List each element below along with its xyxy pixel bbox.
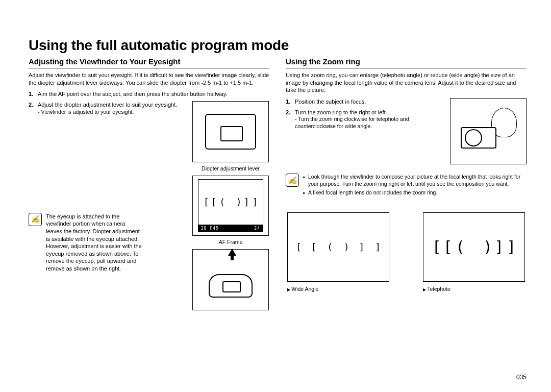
wide-angle-label: Wide Angle	[287, 286, 389, 293]
right-intro: Using the zoom ring, you can enlarge (te…	[286, 71, 527, 94]
figure-zoom-ring	[450, 98, 527, 164]
note-icon: ✍	[286, 174, 299, 187]
note-icon: ✍	[29, 213, 42, 226]
left-step-2-sub: - Viewﬁnder is adjusted to your eyesight…	[38, 109, 186, 116]
note-eyecup-text: The eyecup is attached to the viewﬁnder …	[46, 213, 143, 273]
left-intro: Adjust the viewﬁnder to suit your eyesig…	[29, 71, 269, 86]
right-step-1: Position the subject in focus.	[286, 98, 444, 106]
left-step-1: Aim the AF point over the subject, and t…	[29, 90, 269, 98]
figure-diopter-label: Diopter adjustment lever	[202, 165, 260, 173]
viewfinder-wide: [ [ ( ) ] ] Wide Angle	[287, 212, 389, 293]
section-heading-zoom: Using the Zoom ring	[286, 57, 527, 68]
figure-eyecup-remove	[192, 249, 269, 310]
figure-af-label: AF Frame	[219, 239, 243, 246]
right-step-2-sub: - Turn the zoom ring clockwise for telep…	[295, 116, 444, 130]
telephoto-label: Telephoto	[423, 286, 525, 293]
figure-af-frame: [[( )]] 20 F45 24	[192, 176, 269, 236]
page-title: Using the full automatic program mode	[29, 36, 527, 55]
two-column-layout: Adjusting the Viewﬁnder to Your Eyesight…	[29, 57, 527, 310]
eyecup-icon	[209, 274, 253, 298]
note-eyecup: ✍ The eyecup is attached to the viewﬁnde…	[29, 213, 186, 273]
viewfinder-tele: [[( )]] Telephoto	[423, 212, 525, 293]
af-bar-left: 20 F45	[201, 226, 219, 232]
left-step-2: Adjust the diopter adjustment lever to s…	[29, 101, 186, 116]
page-number: 035	[516, 374, 527, 382]
viewfinder-compare-row: [ [ ( ) ] ] Wide Angle [[( )]] Telephoto	[286, 212, 527, 293]
arrow-up-icon	[228, 249, 236, 256]
left-step-2-text: Adjust the diopter adjustment lever to s…	[38, 102, 177, 108]
left-column: Adjusting the Viewﬁnder to Your Eyesight…	[29, 57, 269, 310]
right-step-2: Turn the zoom ring to the right or left.…	[286, 109, 444, 131]
figure-diopter-lever	[192, 101, 269, 162]
note-zoom: ✍ Look through the viewﬁnder to compose …	[286, 174, 527, 198]
section-heading-viewfinder: Adjusting the Viewﬁnder to Your Eyesight	[29, 57, 269, 68]
right-steps: Position the subject in focus. Turn the …	[286, 98, 444, 130]
right-column: Using the Zoom ring Using the zoom ring,…	[286, 57, 527, 310]
left-steps: Aim the AF point over the subject, and t…	[29, 90, 269, 98]
left-step-1-text: Aim the AF point over the subject, and t…	[38, 91, 228, 97]
note-zoom-1: Look through the viewﬁnder to compose yo…	[303, 174, 527, 188]
af-bar-right: 24	[254, 226, 260, 232]
note-zoom-2: A ﬁxed focal length lens do not includes…	[303, 189, 527, 197]
camera-lens-icon	[465, 129, 482, 146]
camera-outline-icon	[205, 114, 256, 150]
